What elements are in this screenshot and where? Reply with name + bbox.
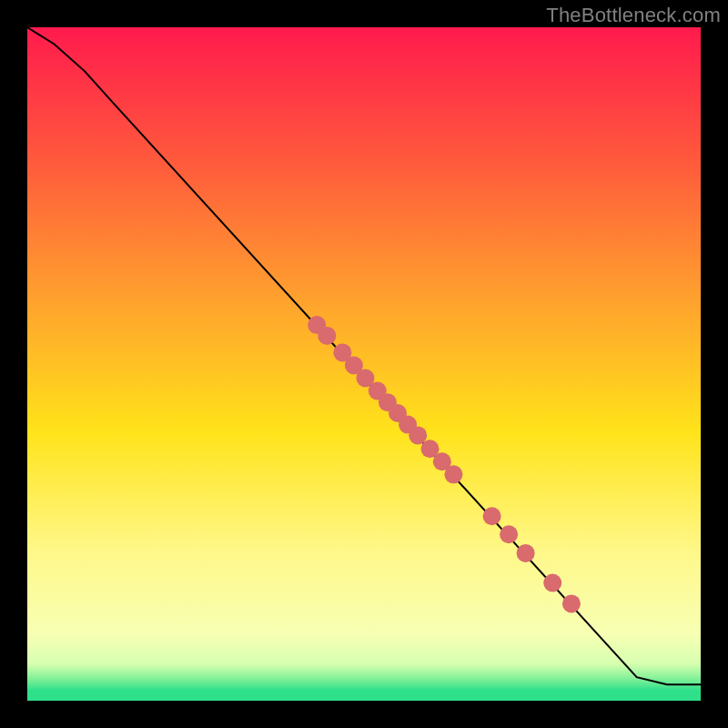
data-point: [517, 544, 535, 562]
data-point: [318, 327, 336, 345]
data-point: [409, 426, 427, 444]
points-svg: [27, 27, 701, 701]
watermark-text: TheBottleneck.com: [546, 4, 721, 27]
data-point: [483, 507, 501, 525]
data-point: [444, 465, 462, 483]
plot-area: [27, 27, 701, 701]
chart-frame: TheBottleneck.com: [0, 0, 728, 728]
data-point: [562, 594, 581, 612]
data-point: [500, 525, 518, 543]
data-point: [543, 574, 561, 592]
